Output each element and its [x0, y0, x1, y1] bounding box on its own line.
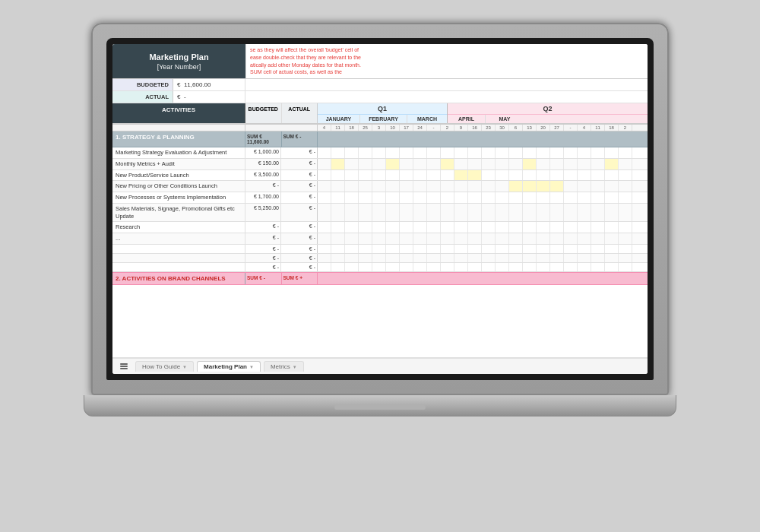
cal-cell — [441, 222, 454, 233]
spreadsheet: Marketing Plan [Year Number] se as they … — [112, 44, 648, 374]
cal-cell — [372, 254, 386, 262]
date-cell-1: 11 — [331, 125, 345, 131]
cal-cell — [564, 254, 578, 262]
cal-cell — [400, 222, 413, 233]
section1-header: 1. STRATEGY & PLANNING SUM € 11,600.00 S… — [112, 131, 648, 147]
cal-cell — [591, 204, 605, 222]
actual-value: € - — [281, 263, 318, 271]
section1-label: 1. STRATEGY & PLANNING — [112, 131, 245, 147]
cal-cell — [454, 159, 468, 169]
cal-cell — [509, 245, 523, 253]
spreadsheet-subtitle: [Year Number] — [157, 63, 201, 71]
activity-name: New Pricing or Other Conditions Launch — [112, 181, 245, 192]
cal-cell — [359, 170, 372, 181]
tab-marketing-plan[interactable]: Marketing Plan ▼ — [197, 361, 261, 372]
cal-cell — [386, 170, 400, 181]
cal-cell — [454, 233, 468, 244]
table-row: Sales Materials, Signage, Promotional Gi… — [112, 204, 648, 223]
cal-cell — [619, 170, 632, 181]
cal-cell — [345, 181, 359, 192]
cal-cell — [441, 254, 454, 262]
cal-cell — [345, 159, 359, 169]
activity-name: Monthly Metrics + Audit — [112, 159, 245, 169]
cal-cell — [454, 254, 468, 262]
cal-cell — [482, 181, 496, 192]
cal-cell — [359, 192, 372, 203]
cal-cell — [400, 147, 413, 158]
cal-cell — [427, 245, 441, 253]
budget-value: € - — [245, 254, 281, 262]
cal-cell — [372, 147, 386, 158]
cal-cell — [578, 222, 591, 233]
may-label: MAY — [486, 115, 524, 123]
notice-line-4: SUM cell of actual costs, as well as the — [250, 68, 644, 76]
cal-cell — [427, 222, 441, 233]
tab-menu-icon[interactable] — [119, 361, 129, 372]
budgeted-value: € 11,600.00 — [173, 79, 245, 90]
column-headers: ACTIVITIES BUDGETED ACTUAL Q1 JANUARY FE… — [112, 103, 648, 125]
date-cell-0: 4 — [318, 125, 331, 131]
cal-cell — [550, 233, 564, 244]
cal-cell — [523, 233, 537, 244]
cal-cell — [413, 192, 427, 203]
tab-metrics[interactable]: Metrics ▼ — [264, 361, 304, 372]
cal-cell — [550, 263, 564, 271]
cal-cell — [523, 159, 537, 169]
cal-cell — [427, 147, 441, 158]
cal-cell — [468, 181, 482, 192]
marketing-plan-arrow: ▼ — [249, 365, 254, 369]
tab-how-to-guide[interactable]: How To Guide ▼ — [135, 361, 194, 372]
q1-block: Q1 JANUARY FEBRUARY MARCH — [318, 103, 448, 123]
cal-cell — [318, 147, 331, 158]
budgeted-label: BUDGETED — [112, 79, 173, 90]
cal-cell — [496, 263, 509, 271]
cal-cell — [564, 170, 578, 181]
cal-cell — [331, 222, 345, 233]
budget-value: € - — [245, 263, 281, 271]
cal-cell — [496, 222, 509, 233]
cal-cell — [345, 233, 359, 244]
cal-cell — [400, 192, 413, 203]
cal-cell — [331, 233, 345, 244]
table-row: € -€ - — [112, 245, 648, 254]
section2-cal — [318, 273, 648, 284]
cal-cell — [591, 159, 605, 169]
cal-cell — [537, 147, 550, 158]
cal-cell — [605, 254, 619, 262]
cal-cell — [454, 245, 468, 253]
cal-cell — [372, 263, 386, 271]
cal-cell — [509, 222, 523, 233]
section1-sum-actual: SUM € - — [281, 131, 318, 147]
date-cell-9: 2 — [441, 125, 454, 131]
cal-cell — [318, 181, 331, 192]
activity-name: New Product/Service Launch — [112, 170, 245, 181]
cal-cell — [413, 222, 427, 233]
cal-cell — [386, 204, 400, 222]
actual-value: € - — [281, 204, 318, 222]
cal-cell — [386, 159, 400, 169]
activity-name: Marketing Strategy Evaluation & Adjustme… — [112, 147, 245, 158]
budact-spacer — [245, 125, 318, 131]
cal-cell — [619, 233, 632, 244]
calendar-row — [318, 192, 648, 203]
calendar-row — [318, 233, 648, 244]
cal-cell — [537, 181, 550, 192]
budget-value: € - — [245, 233, 281, 244]
cal-cell — [619, 222, 632, 233]
cal-cell — [386, 192, 400, 203]
cal-cell — [591, 233, 605, 244]
cal-cell — [564, 263, 578, 271]
cal-cell — [591, 222, 605, 233]
actual-value: € - — [173, 91, 245, 103]
cal-cell — [468, 192, 482, 203]
cal-cell — [345, 263, 359, 271]
section2-label: 2. ACTIVITIES ON BRAND CHANNELS — [112, 273, 245, 284]
cal-cell — [550, 181, 564, 192]
date-cell-7: 24 — [413, 125, 427, 131]
cal-cell — [591, 245, 605, 253]
activities-spacer — [112, 125, 245, 131]
activity-name — [112, 245, 245, 253]
activity-name: ... — [112, 233, 245, 244]
cal-cell — [564, 192, 578, 203]
cal-cell — [509, 147, 523, 158]
